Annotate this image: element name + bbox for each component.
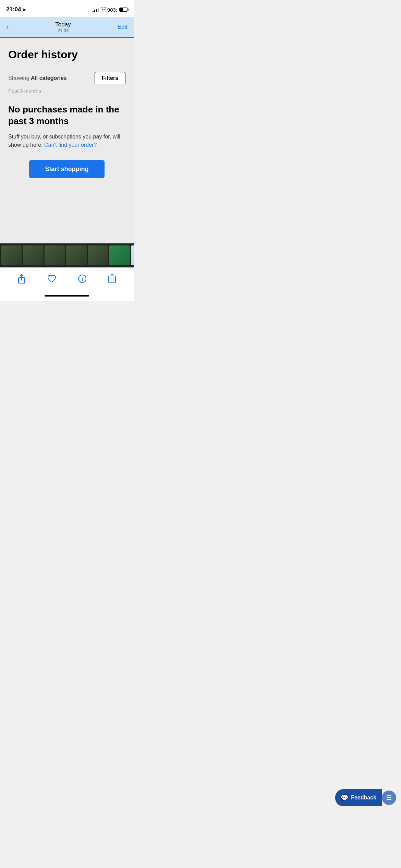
photo-thumb[interactable] bbox=[109, 245, 130, 265]
bottom-toolbar bbox=[0, 267, 134, 292]
wifi-icon:  903; bbox=[101, 7, 117, 13]
signal-icon bbox=[93, 7, 99, 12]
filter-category: All categories bbox=[31, 75, 67, 81]
share-button[interactable] bbox=[17, 274, 26, 286]
favorite-button[interactable] bbox=[47, 274, 57, 286]
battery-icon bbox=[119, 8, 127, 12]
delete-button[interactable] bbox=[108, 274, 116, 286]
home-bar bbox=[45, 295, 89, 297]
time-display: 21:04 bbox=[6, 6, 21, 13]
info-button[interactable] bbox=[78, 274, 87, 286]
empty-state-desc: Stuff you buy, or subscriptions you pay … bbox=[8, 133, 125, 149]
photo-thumb[interactable] bbox=[1, 245, 22, 265]
photo-thumb[interactable] bbox=[23, 245, 44, 265]
status-time: 21:04 ➤ bbox=[6, 6, 26, 13]
filter-showing: Showing All categories bbox=[8, 75, 67, 81]
photo-thumb[interactable] bbox=[88, 245, 108, 265]
page-title: Order history bbox=[8, 48, 125, 61]
photo-thumb[interactable] bbox=[131, 245, 134, 265]
status-icons:  903; bbox=[93, 7, 127, 13]
filters-button[interactable]: Filters bbox=[95, 72, 125, 84]
nav-title-group: Today 21:03 bbox=[55, 21, 71, 33]
nav-title: Today bbox=[55, 21, 71, 28]
main-content: Order history Showing All categories Fil… bbox=[0, 38, 134, 243]
edit-button[interactable]: Edit bbox=[118, 24, 127, 31]
status-bar: 21:04 ➤  903; bbox=[0, 0, 134, 17]
photo-thumb[interactable] bbox=[66, 245, 87, 265]
photo-strip bbox=[0, 243, 134, 267]
photo-thumb[interactable] bbox=[45, 245, 65, 265]
svg-rect-5 bbox=[109, 276, 116, 283]
nav-bar: ‹ Today 21:03 Edit bbox=[0, 17, 134, 38]
cant-find-order-link[interactable]: Can't find your order? bbox=[44, 142, 97, 148]
period-label: Past 3 months bbox=[8, 88, 125, 94]
empty-state-title: No purchases made in the past 3 months bbox=[8, 104, 125, 127]
home-indicator bbox=[0, 292, 134, 301]
start-shopping-button[interactable]: Start shopping bbox=[29, 160, 105, 178]
back-button[interactable]: ‹ bbox=[6, 23, 9, 32]
location-icon: ➤ bbox=[22, 7, 26, 12]
nav-subtitle: 21:03 bbox=[55, 28, 71, 33]
svg-point-4 bbox=[82, 277, 83, 277]
filter-row: Showing All categories Filters bbox=[8, 72, 125, 84]
